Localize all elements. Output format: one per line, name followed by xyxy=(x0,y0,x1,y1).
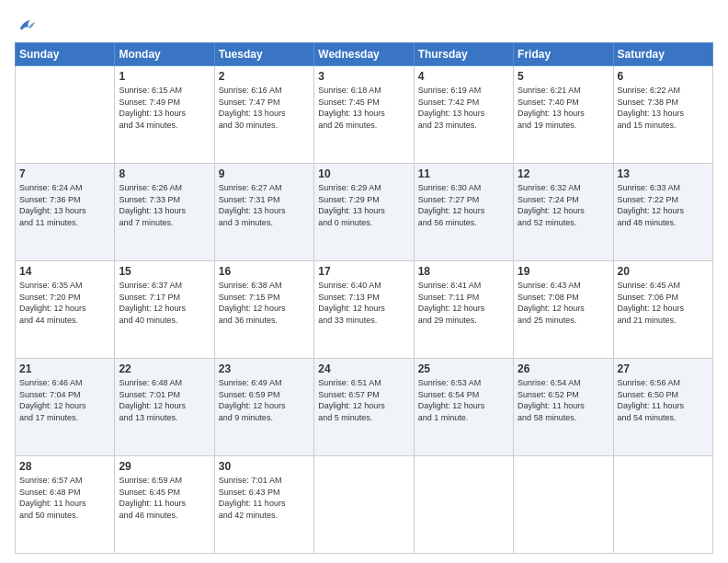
day-info: Sunrise: 6:43 AM Sunset: 7:08 PM Dayligh… xyxy=(518,280,609,326)
calendar-header-thursday: Thursday xyxy=(414,43,513,66)
day-info: Sunrise: 6:16 AM Sunset: 7:47 PM Dayligh… xyxy=(219,85,310,131)
day-info: Sunrise: 6:53 AM Sunset: 6:54 PM Dayligh… xyxy=(418,377,509,423)
day-info: Sunrise: 6:56 AM Sunset: 6:50 PM Dayligh… xyxy=(618,377,709,423)
day-info: Sunrise: 6:22 AM Sunset: 7:38 PM Dayligh… xyxy=(618,85,709,131)
day-number: 13 xyxy=(618,167,709,181)
day-number: 12 xyxy=(518,167,609,181)
calendar-cell: 9Sunrise: 6:27 AM Sunset: 7:31 PM Daylig… xyxy=(214,164,313,261)
day-info: Sunrise: 6:35 AM Sunset: 7:20 PM Dayligh… xyxy=(19,280,110,326)
day-number: 11 xyxy=(418,167,509,181)
day-number: 17 xyxy=(318,264,409,279)
calendar-cell: 26Sunrise: 6:54 AM Sunset: 6:52 PM Dayli… xyxy=(514,359,613,456)
calendar-cell: 29Sunrise: 6:59 AM Sunset: 6:45 PM Dayli… xyxy=(115,456,214,554)
day-info: Sunrise: 6:51 AM Sunset: 6:57 PM Dayligh… xyxy=(318,377,409,423)
calendar-cell: 3Sunrise: 6:18 AM Sunset: 7:45 PM Daylig… xyxy=(314,66,414,164)
calendar-cell: 22Sunrise: 6:48 AM Sunset: 7:01 PM Dayli… xyxy=(115,359,214,456)
day-number: 29 xyxy=(119,459,210,474)
calendar-cell: 17Sunrise: 6:40 AM Sunset: 7:13 PM Dayli… xyxy=(314,261,414,359)
day-info: Sunrise: 6:33 AM Sunset: 7:22 PM Dayligh… xyxy=(618,182,709,228)
calendar-cell: 14Sunrise: 6:35 AM Sunset: 7:20 PM Dayli… xyxy=(16,261,115,359)
day-info: Sunrise: 6:45 AM Sunset: 7:06 PM Dayligh… xyxy=(618,280,709,326)
day-number: 21 xyxy=(19,362,110,376)
calendar-cell: 15Sunrise: 6:37 AM Sunset: 7:17 PM Dayli… xyxy=(115,261,214,359)
day-number: 2 xyxy=(219,69,310,84)
logo xyxy=(15,15,37,35)
day-number: 27 xyxy=(618,362,709,376)
page: SundayMondayTuesdayWednesdayThursdayFrid… xyxy=(0,0,728,563)
day-info: Sunrise: 6:41 AM Sunset: 7:11 PM Dayligh… xyxy=(418,280,509,326)
day-info: Sunrise: 6:46 AM Sunset: 7:04 PM Dayligh… xyxy=(19,377,110,423)
day-number: 22 xyxy=(119,362,210,376)
day-number: 4 xyxy=(418,69,509,84)
calendar-cell: 21Sunrise: 6:46 AM Sunset: 7:04 PM Dayli… xyxy=(16,359,115,456)
calendar-header-wednesday: Wednesday xyxy=(314,43,414,66)
day-number: 26 xyxy=(518,362,609,376)
day-number: 9 xyxy=(219,167,310,181)
calendar-week-4: 21Sunrise: 6:46 AM Sunset: 7:04 PM Dayli… xyxy=(16,359,713,456)
calendar-header-tuesday: Tuesday xyxy=(214,43,313,66)
calendar-cell: 27Sunrise: 6:56 AM Sunset: 6:50 PM Dayli… xyxy=(613,359,712,456)
calendar-cell xyxy=(514,456,613,554)
calendar-cell: 7Sunrise: 6:24 AM Sunset: 7:36 PM Daylig… xyxy=(16,164,115,261)
header xyxy=(15,11,713,35)
day-number: 14 xyxy=(19,264,110,279)
day-info: Sunrise: 6:21 AM Sunset: 7:40 PM Dayligh… xyxy=(518,85,609,131)
day-info: Sunrise: 6:49 AM Sunset: 6:59 PM Dayligh… xyxy=(219,377,310,423)
day-number: 19 xyxy=(518,264,609,279)
calendar-cell: 19Sunrise: 6:43 AM Sunset: 7:08 PM Dayli… xyxy=(514,261,613,359)
logo-bird-icon xyxy=(17,15,37,35)
calendar-week-3: 14Sunrise: 6:35 AM Sunset: 7:20 PM Dayli… xyxy=(16,261,713,359)
calendar-cell: 28Sunrise: 6:57 AM Sunset: 6:48 PM Dayli… xyxy=(16,456,115,554)
calendar-cell: 23Sunrise: 6:49 AM Sunset: 6:59 PM Dayli… xyxy=(214,359,313,456)
day-info: Sunrise: 6:15 AM Sunset: 7:49 PM Dayligh… xyxy=(119,85,210,131)
calendar-cell: 12Sunrise: 6:32 AM Sunset: 7:24 PM Dayli… xyxy=(514,164,613,261)
calendar-cell: 2Sunrise: 6:16 AM Sunset: 7:47 PM Daylig… xyxy=(214,66,313,164)
day-number: 15 xyxy=(119,264,210,279)
day-info: Sunrise: 6:59 AM Sunset: 6:45 PM Dayligh… xyxy=(119,475,210,521)
day-info: Sunrise: 6:27 AM Sunset: 7:31 PM Dayligh… xyxy=(219,182,310,228)
day-info: Sunrise: 6:38 AM Sunset: 7:15 PM Dayligh… xyxy=(219,280,310,326)
calendar-cell: 5Sunrise: 6:21 AM Sunset: 7:40 PM Daylig… xyxy=(514,66,613,164)
day-number: 3 xyxy=(318,69,409,84)
day-number: 7 xyxy=(19,167,110,181)
calendar-cell: 30Sunrise: 7:01 AM Sunset: 6:43 PM Dayli… xyxy=(214,456,313,554)
calendar-cell xyxy=(613,456,712,554)
calendar-cell: 18Sunrise: 6:41 AM Sunset: 7:11 PM Dayli… xyxy=(414,261,513,359)
day-info: Sunrise: 6:24 AM Sunset: 7:36 PM Dayligh… xyxy=(19,182,110,228)
calendar-cell xyxy=(414,456,513,554)
day-number: 8 xyxy=(119,167,210,181)
calendar-table: SundayMondayTuesdayWednesdayThursdayFrid… xyxy=(15,42,713,554)
day-number: 6 xyxy=(618,69,709,84)
day-number: 18 xyxy=(418,264,509,279)
calendar-header-friday: Friday xyxy=(514,43,613,66)
calendar-header-monday: Monday xyxy=(115,43,214,66)
day-number: 1 xyxy=(119,69,210,84)
day-info: Sunrise: 6:40 AM Sunset: 7:13 PM Dayligh… xyxy=(318,280,409,326)
day-info: Sunrise: 6:48 AM Sunset: 7:01 PM Dayligh… xyxy=(119,377,210,423)
day-info: Sunrise: 6:32 AM Sunset: 7:24 PM Dayligh… xyxy=(518,182,609,228)
calendar-cell: 1Sunrise: 6:15 AM Sunset: 7:49 PM Daylig… xyxy=(115,66,214,164)
calendar-cell: 24Sunrise: 6:51 AM Sunset: 6:57 PM Dayli… xyxy=(314,359,414,456)
day-number: 16 xyxy=(219,264,310,279)
day-info: Sunrise: 6:26 AM Sunset: 7:33 PM Dayligh… xyxy=(119,182,210,228)
day-number: 10 xyxy=(318,167,409,181)
calendar-cell: 25Sunrise: 6:53 AM Sunset: 6:54 PM Dayli… xyxy=(414,359,513,456)
calendar-week-1: 1Sunrise: 6:15 AM Sunset: 7:49 PM Daylig… xyxy=(16,66,713,164)
calendar-week-5: 28Sunrise: 6:57 AM Sunset: 6:48 PM Dayli… xyxy=(16,456,713,554)
day-number: 30 xyxy=(219,459,310,474)
day-info: Sunrise: 6:18 AM Sunset: 7:45 PM Dayligh… xyxy=(318,85,409,131)
day-info: Sunrise: 6:57 AM Sunset: 6:48 PM Dayligh… xyxy=(19,475,110,521)
calendar-cell: 8Sunrise: 6:26 AM Sunset: 7:33 PM Daylig… xyxy=(115,164,214,261)
day-info: Sunrise: 6:19 AM Sunset: 7:42 PM Dayligh… xyxy=(418,85,509,131)
calendar-cell: 6Sunrise: 6:22 AM Sunset: 7:38 PM Daylig… xyxy=(613,66,712,164)
calendar-header-saturday: Saturday xyxy=(613,43,712,66)
calendar-cell: 10Sunrise: 6:29 AM Sunset: 7:29 PM Dayli… xyxy=(314,164,414,261)
day-number: 23 xyxy=(219,362,310,376)
day-number: 24 xyxy=(318,362,409,376)
calendar-header-sunday: Sunday xyxy=(16,43,115,66)
calendar-header-row: SundayMondayTuesdayWednesdayThursdayFrid… xyxy=(16,43,713,66)
calendar-cell: 20Sunrise: 6:45 AM Sunset: 7:06 PM Dayli… xyxy=(613,261,712,359)
day-number: 5 xyxy=(518,69,609,84)
calendar-cell xyxy=(314,456,414,554)
day-number: 20 xyxy=(618,264,709,279)
